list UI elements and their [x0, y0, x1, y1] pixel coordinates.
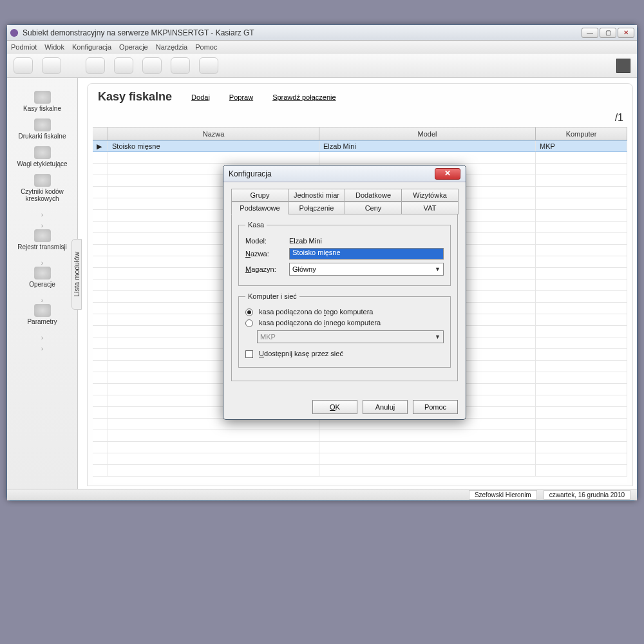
- menu-konfiguracja[interactable]: Konfiguracja: [72, 43, 111, 51]
- radio-icon: [245, 308, 253, 316]
- cell-model: Elzab Mini: [319, 141, 536, 151]
- close-button[interactable]: ✕: [618, 28, 634, 38]
- menu-pomoc[interactable]: Pomoc: [195, 43, 217, 51]
- grid-header: Nazwa Model Komputer: [93, 128, 627, 140]
- sidebar-item-label: Wagi etykietujące: [17, 160, 68, 167]
- radio-this-computer[interactable]: kasa podłączona do tego komputera: [245, 308, 444, 316]
- gears-icon: [34, 267, 51, 279]
- tab-podstawowe[interactable]: Podstawowe: [231, 202, 289, 214]
- scale-icon: [34, 146, 51, 159]
- toolbar-btn-1[interactable]: [14, 57, 33, 74]
- checkbox-icon: [245, 350, 253, 358]
- sidebar-item-label: Kasy fiskalne: [23, 105, 61, 112]
- sidebar-item-label: Parametry: [27, 318, 57, 325]
- sidebar-item-label: Rejestr transmisji: [17, 243, 67, 251]
- toolbar-cube-icon[interactable]: [616, 59, 630, 73]
- toolbar-btn-6[interactable]: [171, 57, 190, 74]
- sidebar-item-wagi[interactable]: Wagi etykietujące: [7, 146, 77, 167]
- sidebar-scroll-4[interactable]: ››: [41, 334, 43, 352]
- col-komputer[interactable]: Komputer: [536, 128, 627, 140]
- sidebar-item-rejestr[interactable]: Rejestr transmisji: [7, 229, 77, 251]
- action-popraw[interactable]: Popraw: [229, 93, 253, 101]
- check-share[interactable]: Udostępnij kasę przez sieć: [245, 350, 444, 358]
- toolbar: [7, 53, 637, 78]
- status-user: Szefowski Hieronim: [469, 490, 537, 500]
- sidebar-item-label: Drukarki fiskalne: [19, 133, 66, 140]
- transmission-icon: [34, 229, 51, 242]
- main-header: Kasy fiskalne Dodaj Popraw Sprawdź połąc…: [88, 84, 632, 108]
- tab-wizytowka[interactable]: Wizytówka: [401, 189, 459, 202]
- table-row[interactable]: ▶ Stoisko mięsne Elzab Mini MKP: [93, 140, 627, 152]
- barcode-icon: [34, 174, 51, 187]
- col-nazwa[interactable]: Nazwa: [108, 128, 319, 140]
- radio-icon: [245, 319, 253, 327]
- toolbar-btn-5[interactable]: [142, 57, 162, 74]
- tab-jednostki[interactable]: Jednostki miar: [288, 189, 345, 202]
- toolbar-btn-3[interactable]: [86, 57, 105, 74]
- legend-komputer: Komputer i sieć: [245, 292, 299, 300]
- toolbar-btn-7[interactable]: [199, 57, 218, 74]
- legend-kasa: Kasa: [245, 221, 267, 229]
- col-model[interactable]: Model: [319, 128, 536, 140]
- params-icon: [34, 304, 51, 317]
- sidebar: Kasy fiskalne Drukarki fiskalne Wagi ety…: [7, 78, 78, 489]
- sidebar-scroll-3[interactable]: ›: [41, 297, 43, 304]
- titlebar: Subiekt demonstracyjny na serwerze MKP\I…: [7, 25, 637, 41]
- menu-operacje[interactable]: Operacje: [119, 43, 148, 51]
- vertical-tab-modules[interactable]: Lista modułów: [71, 239, 82, 310]
- tabs-row-lower: Podstawowe Połączenie Ceny VAT: [231, 202, 458, 214]
- fieldset-komputer: Komputer i sieć kasa podłączona do tego …: [238, 292, 451, 368]
- action-dodaj[interactable]: Dodaj: [191, 93, 210, 101]
- action-sprawdz[interactable]: Sprawdź połączenie: [272, 93, 336, 101]
- sidebar-item-kasy-fiskalne[interactable]: Kasy fiskalne: [7, 91, 77, 112]
- sidebar-item-czytniki[interactable]: Czytniki kodów kreskowych: [7, 174, 77, 202]
- menu-podmiot[interactable]: Podmiot: [11, 43, 37, 51]
- dialog-body: Grupy Jednostki miar Dodatkowe Wizytówka…: [223, 182, 466, 395]
- menubar: Podmiot Widok Konfiguracja Operacje Narz…: [7, 41, 637, 53]
- page-title: Kasy fiskalne: [98, 90, 172, 104]
- combo-magazyn[interactable]: Główny: [289, 263, 444, 276]
- table-row-empty: [93, 465, 627, 477]
- sidebar-item-label: Operacje: [29, 281, 55, 288]
- tab-dodatkowe[interactable]: Dodatkowe: [345, 189, 402, 202]
- sidebar-item-operacje[interactable]: Operacje: [7, 267, 77, 288]
- sidebar-item-label: Czytniki kodów kreskowych: [21, 188, 64, 202]
- maximize-button[interactable]: ▢: [600, 28, 616, 38]
- cell-komputer: MKP: [536, 141, 627, 151]
- dialog-buttons: OK Anuluj Pomoc: [223, 395, 466, 419]
- radio-other-computer[interactable]: kasa podłączona do innego komputera: [245, 319, 444, 327]
- toolbar-btn-2[interactable]: [42, 57, 61, 74]
- cash-register-icon: [34, 91, 51, 104]
- sidebar-item-parametry[interactable]: Parametry: [7, 304, 77, 325]
- minimize-button[interactable]: —: [582, 28, 598, 38]
- cell-nazwa: Stoisko mięsne: [108, 141, 319, 151]
- tabs-row-upper: Grupy Jednostki miar Dodatkowe Wizytówka: [231, 189, 458, 202]
- help-button[interactable]: Pomoc: [413, 400, 458, 414]
- sidebar-scroll-1[interactable]: ››: [41, 211, 43, 229]
- dialog-close-button[interactable]: ✕: [435, 168, 460, 180]
- tab-grupy[interactable]: Grupy: [231, 189, 289, 202]
- table-row-empty: [93, 152, 627, 164]
- ok-button[interactable]: OK: [312, 400, 357, 414]
- tab-panel: Kasa Model: Elzab Mini Nazwa: Stoisko mi…: [231, 214, 458, 381]
- config-dialog: Konfiguracja ✕ Grupy Jednostki miar Doda…: [223, 165, 466, 420]
- sidebar-scroll-2[interactable]: ›: [41, 260, 43, 267]
- app-icon: [10, 28, 19, 37]
- tab-polaczenie[interactable]: Połączenie: [288, 202, 345, 214]
- label-magazyn: Magazyn:: [245, 265, 289, 273]
- toolbar-btn-4[interactable]: [114, 57, 133, 74]
- cancel-button[interactable]: Anuluj: [363, 400, 408, 414]
- tab-vat[interactable]: VAT: [401, 202, 459, 214]
- menu-narzedzia[interactable]: Narzędzia: [156, 43, 188, 51]
- table-row-empty: [93, 430, 627, 442]
- tab-ceny[interactable]: Ceny: [345, 202, 402, 214]
- label-model: Model:: [245, 237, 289, 245]
- menu-widok[interactable]: Widok: [44, 43, 64, 51]
- table-row-empty: [93, 419, 627, 430]
- input-nazwa[interactable]: Stoisko mięsne: [289, 248, 444, 260]
- printer-icon: [34, 118, 51, 131]
- fieldset-kasa: Kasa Model: Elzab Mini Nazwa: Stoisko mi…: [238, 221, 451, 286]
- sidebar-item-drukarki-fiskalne[interactable]: Drukarki fiskalne: [7, 118, 77, 140]
- window-title: Subiekt demonstracyjny na serwerze MKP\I…: [23, 28, 254, 37]
- label-nazwa: Nazwa:: [245, 250, 289, 258]
